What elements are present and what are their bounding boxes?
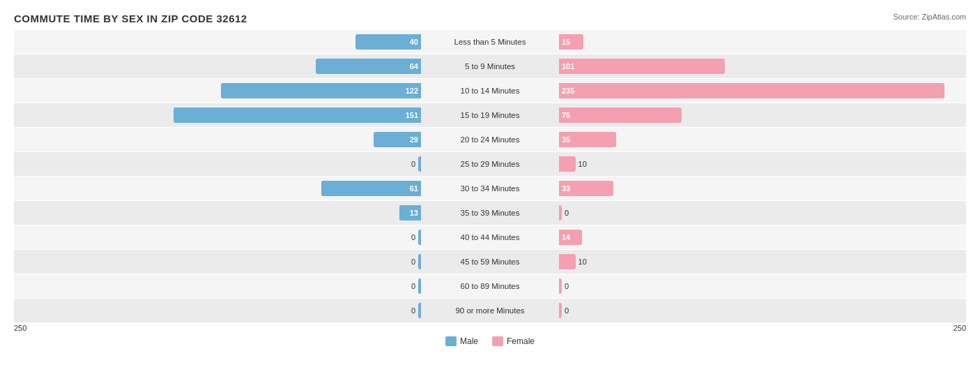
male-bar xyxy=(418,156,421,172)
male-bar xyxy=(418,278,421,294)
female-bar: 235 xyxy=(559,83,944,98)
male-legend-box xyxy=(445,336,457,346)
left-section: 64 xyxy=(14,59,424,74)
left-section: 40 xyxy=(14,34,424,50)
right-section: 75 xyxy=(556,107,966,123)
table-row: 0 25 to 29 Minutes 10 xyxy=(14,152,966,176)
table-row: 0 45 to 59 Minutes 10 xyxy=(14,250,966,274)
table-row: 0 90 or more Minutes 0 xyxy=(14,299,966,322)
female-value-inside: 35 xyxy=(562,135,570,144)
female-legend-label: Female xyxy=(507,336,535,346)
left-section: 0 xyxy=(14,156,424,172)
table-row: 0 60 to 89 Minutes 0 xyxy=(14,274,966,298)
table-row: 40 Less than 5 Minutes 15 xyxy=(14,30,966,54)
female-value-inside: 101 xyxy=(562,62,574,70)
male-value-inside: 64 xyxy=(410,62,418,70)
left-section: 122 xyxy=(14,83,424,98)
axis-left: 250 xyxy=(14,324,26,332)
table-row: 29 20 to 24 Minutes 35 xyxy=(14,128,966,151)
left-section: 151 xyxy=(14,107,424,123)
male-bar: 61 xyxy=(321,181,421,196)
female-bar xyxy=(559,278,562,294)
left-section: 0 xyxy=(14,254,424,269)
right-section: 0 xyxy=(556,278,966,294)
male-value-inside: 29 xyxy=(410,135,418,144)
row-label: 90 or more Minutes xyxy=(424,306,556,315)
female-value: 0 xyxy=(565,282,581,290)
source-label: Source: ZipAtlas.com xyxy=(893,13,966,21)
female-legend-box xyxy=(492,336,503,346)
left-section: 0 xyxy=(14,278,424,294)
female-value: 10 xyxy=(579,160,595,168)
male-bar xyxy=(418,230,421,245)
table-row: 151 15 to 19 Minutes 75 xyxy=(14,103,966,127)
male-value: 0 xyxy=(399,258,415,266)
female-bar: 15 xyxy=(559,34,583,50)
legend: Male Female xyxy=(14,336,966,346)
right-section: 101 xyxy=(556,59,966,74)
axis-labels: 250 250 xyxy=(14,324,966,332)
male-bar: 64 xyxy=(316,59,421,74)
female-bar xyxy=(559,303,562,318)
row-label: 10 to 14 Minutes xyxy=(424,87,556,95)
female-value: 10 xyxy=(579,258,595,266)
row-label: 35 to 39 Minutes xyxy=(424,209,556,217)
left-section: 0 xyxy=(14,230,424,245)
male-value: 0 xyxy=(399,160,415,168)
female-bar: 35 xyxy=(559,132,616,147)
left-section: 29 xyxy=(14,132,424,147)
right-section: 33 xyxy=(556,181,966,196)
female-value-inside: 235 xyxy=(562,87,574,95)
male-value-inside: 40 xyxy=(410,38,418,46)
right-section: 0 xyxy=(556,205,966,221)
left-section: 61 xyxy=(14,181,424,196)
right-section: 235 xyxy=(556,83,966,98)
male-legend-label: Male xyxy=(460,336,478,346)
row-label: 5 to 9 Minutes xyxy=(424,62,556,70)
row-label: 20 to 24 Minutes xyxy=(424,135,556,144)
table-row: 64 5 to 9 Minutes 101 xyxy=(14,54,966,78)
right-section: 10 xyxy=(556,156,966,172)
male-bar: 29 xyxy=(374,132,421,147)
bars-area: 40 Less than 5 Minutes 15 64 5 to 9 Minu… xyxy=(14,30,966,322)
male-value-inside: 151 xyxy=(406,111,418,119)
female-bar: 33 xyxy=(559,181,613,196)
table-row: 122 10 to 14 Minutes 235 xyxy=(14,79,966,103)
chart-container: COMMUTE TIME BY SEX IN ZIP CODE 32612 So… xyxy=(0,0,980,365)
female-value-inside: 75 xyxy=(562,111,570,119)
row-label: 30 to 34 Minutes xyxy=(424,184,556,193)
table-row: 61 30 to 34 Minutes 33 xyxy=(14,177,966,200)
axis-right: 250 xyxy=(954,324,966,332)
row-label: 45 to 59 Minutes xyxy=(424,258,556,266)
male-bar xyxy=(418,254,421,269)
female-value-inside: 14 xyxy=(562,233,570,241)
female-value-inside: 15 xyxy=(562,38,570,46)
right-section: 15 xyxy=(556,34,966,50)
female-bar: 101 xyxy=(559,59,725,74)
female-value-inside: 33 xyxy=(562,184,570,193)
male-bar: 122 xyxy=(221,83,421,98)
male-bar: 40 xyxy=(355,34,421,50)
male-bar: 151 xyxy=(174,107,421,123)
female-bar: 14 xyxy=(559,230,582,245)
row-label: 15 to 19 Minutes xyxy=(424,111,556,119)
left-section: 13 xyxy=(14,205,424,221)
female-bar xyxy=(559,205,562,221)
male-bar: 13 xyxy=(399,205,421,221)
female-value: 0 xyxy=(565,306,581,315)
male-value-inside: 61 xyxy=(410,184,418,193)
table-row: 13 35 to 39 Minutes 0 xyxy=(14,201,966,225)
female-value: 0 xyxy=(565,209,581,217)
male-value-inside: 13 xyxy=(410,209,418,217)
female-bar xyxy=(559,156,576,172)
right-section: 10 xyxy=(556,254,966,269)
right-section: 0 xyxy=(556,303,966,318)
chart-title: COMMUTE TIME BY SEX IN ZIP CODE 32612 xyxy=(14,13,966,24)
row-label: 40 to 44 Minutes xyxy=(424,233,556,241)
male-value-inside: 122 xyxy=(406,87,418,95)
table-row: 0 40 to 44 Minutes 14 xyxy=(14,225,966,249)
right-section: 35 xyxy=(556,132,966,147)
right-section: 14 xyxy=(556,230,966,245)
row-label: 60 to 89 Minutes xyxy=(424,282,556,290)
female-bar xyxy=(559,254,576,269)
